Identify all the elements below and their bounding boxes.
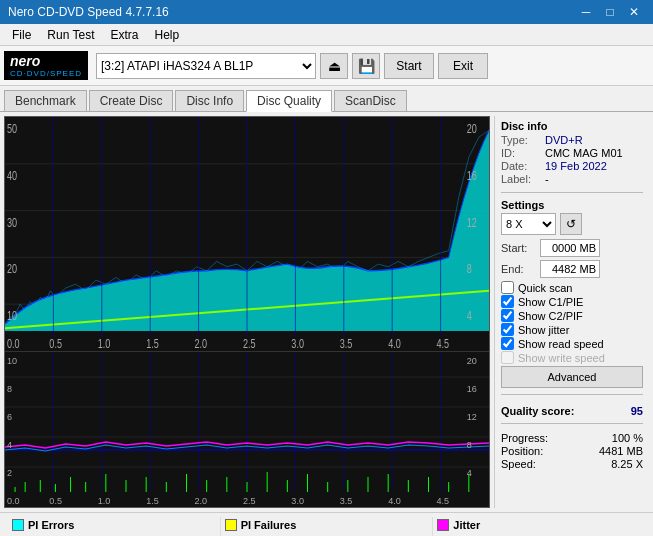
read-speed-checkbox[interactable] (501, 337, 514, 350)
pi-errors-color (12, 519, 24, 531)
svg-text:4.5: 4.5 (437, 337, 450, 351)
svg-text:10: 10 (7, 356, 17, 366)
advanced-button[interactable]: Advanced (501, 366, 643, 388)
svg-text:20: 20 (7, 262, 17, 276)
disc-id-key: ID: (501, 147, 541, 159)
jitter-label: Show jitter (518, 324, 569, 336)
start-button[interactable]: Start (384, 53, 434, 79)
menu-runtest[interactable]: Run Test (39, 26, 102, 44)
svg-text:0.5: 0.5 (49, 496, 62, 506)
save-button[interactable]: 💾 (352, 53, 380, 79)
svg-text:20: 20 (467, 356, 477, 366)
speed-row: 8 X 4 X 2 X Max ↺ (501, 213, 643, 235)
right-panel: Disc info Type: DVD+R ID: CMC MAG M01 Da… (494, 116, 649, 508)
jitter-title: Jitter (453, 519, 480, 531)
refresh-button[interactable]: ↺ (560, 213, 582, 235)
disc-info-section: Disc info Type: DVD+R ID: CMC MAG M01 Da… (501, 120, 643, 186)
read-speed-row: Show read speed (501, 337, 643, 350)
close-button[interactable]: ✕ (623, 3, 645, 21)
position-row: Position: 4481 MB (501, 445, 643, 457)
svg-text:4.5: 4.5 (437, 496, 450, 506)
disc-date-row: Date: 19 Feb 2022 (501, 160, 643, 172)
start-mb-row: Start: (501, 239, 643, 257)
menu-help[interactable]: Help (147, 26, 188, 44)
quick-scan-checkbox[interactable] (501, 281, 514, 294)
quick-scan-label: Quick scan (518, 282, 572, 294)
settings-label: Settings (501, 199, 643, 211)
svg-text:1.5: 1.5 (146, 337, 159, 351)
disc-id-val: CMC MAG M01 (545, 147, 623, 159)
disc-info-label: Disc info (501, 120, 643, 132)
disc-date-val: 19 Feb 2022 (545, 160, 607, 172)
window-controls: ─ □ ✕ (575, 3, 645, 21)
disc-date-key: Date: (501, 160, 541, 172)
svg-text:3.5: 3.5 (340, 337, 353, 351)
pi-failures-color (225, 519, 237, 531)
svg-text:2.5: 2.5 (243, 337, 256, 351)
menu-extra[interactable]: Extra (102, 26, 146, 44)
speed-val: 8.25 X (611, 458, 643, 470)
write-speed-label: Show write speed (518, 352, 605, 364)
progress-label: Progress: (501, 432, 548, 444)
jitter-title-row: Jitter (437, 519, 641, 531)
speed-row-prog: Speed: 8.25 X (501, 458, 643, 470)
tab-disc-quality[interactable]: Disc Quality (246, 90, 332, 112)
end-mb-label: End: (501, 263, 536, 275)
read-speed-label: Show read speed (518, 338, 604, 350)
start-mb-label: Start: (501, 242, 536, 254)
pi-errors-title: PI Errors (28, 519, 74, 531)
svg-text:3.5: 3.5 (340, 496, 353, 506)
svg-text:0.0: 0.0 (7, 337, 20, 351)
end-mb-input[interactable] (540, 260, 600, 278)
end-mb-row: End: (501, 260, 643, 278)
progress-section: Progress: 100 % Position: 4481 MB Speed:… (501, 432, 643, 471)
stat-pi-errors: PI Errors Average: 11.75 Maximum: 39 Tot… (8, 517, 221, 536)
stat-jitter: Jitter Average: 9.59 % Maximum: 11.2 % P… (433, 517, 645, 536)
pi-failures-title: PI Failures (241, 519, 297, 531)
disc-type-val: DVD+R (545, 134, 583, 146)
svg-text:8: 8 (467, 440, 472, 450)
jitter-checkbox[interactable] (501, 323, 514, 336)
divider-3 (501, 423, 643, 424)
logo-sub: CD·DVD/SPEED (10, 69, 82, 78)
start-mb-input[interactable] (540, 239, 600, 257)
quick-scan-row: Quick scan (501, 281, 643, 294)
svg-text:4: 4 (467, 468, 472, 478)
svg-text:50: 50 (7, 122, 17, 136)
svg-text:10: 10 (7, 309, 17, 323)
menu-file[interactable]: File (4, 26, 39, 44)
speed-label: Speed: (501, 458, 536, 470)
tab-disc-info[interactable]: Disc Info (175, 90, 244, 111)
tab-create-disc[interactable]: Create Disc (89, 90, 174, 111)
c2pif-row: Show C2/PIF (501, 309, 643, 322)
minimize-button[interactable]: ─ (575, 3, 597, 21)
c1pie-checkbox[interactable] (501, 295, 514, 308)
c1pie-row: Show C1/PIE (501, 295, 643, 308)
quality-score-value: 95 (631, 405, 643, 417)
c2pif-checkbox[interactable] (501, 309, 514, 322)
jitter-row: Show jitter (501, 323, 643, 336)
chart-area: 0.0 0.5 1.0 1.5 2.0 2.5 3.0 3.5 4.0 4.5 … (4, 116, 490, 508)
settings-section: Settings 8 X 4 X 2 X Max ↺ Start: End: (501, 199, 643, 388)
svg-text:1.5: 1.5 (146, 496, 159, 506)
speed-select[interactable]: 8 X 4 X 2 X Max (501, 213, 556, 235)
svg-text:2.0: 2.0 (195, 337, 208, 351)
tab-scan-disc[interactable]: ScanDisc (334, 90, 407, 111)
exit-button[interactable]: Exit (438, 53, 488, 79)
drive-select[interactable]: [3:2] ATAPI iHAS324 A BL1P (96, 53, 316, 79)
maximize-button[interactable]: □ (599, 3, 621, 21)
pi-failures-title-row: PI Failures (225, 519, 429, 531)
disc-label-val: - (545, 173, 549, 185)
logo: nero CD·DVD/SPEED (4, 51, 88, 80)
chart-top-svg: 0.0 0.5 1.0 1.5 2.0 2.5 3.0 3.5 4.0 4.5 … (5, 117, 489, 351)
svg-text:1.0: 1.0 (98, 496, 111, 506)
svg-text:40: 40 (7, 169, 17, 183)
tab-bar: Benchmark Create Disc Disc Info Disc Qua… (0, 86, 653, 112)
chart-bottom-svg: 0.0 0.5 1.0 1.5 2.0 2.5 3.0 3.5 4.0 4.5 … (5, 352, 489, 507)
svg-text:4: 4 (467, 309, 472, 323)
svg-text:1.0: 1.0 (98, 337, 111, 351)
divider-2 (501, 394, 643, 395)
tab-benchmark[interactable]: Benchmark (4, 90, 87, 111)
eject-button[interactable]: ⏏ (320, 53, 348, 79)
menu-bar: File Run Test Extra Help (0, 24, 653, 46)
